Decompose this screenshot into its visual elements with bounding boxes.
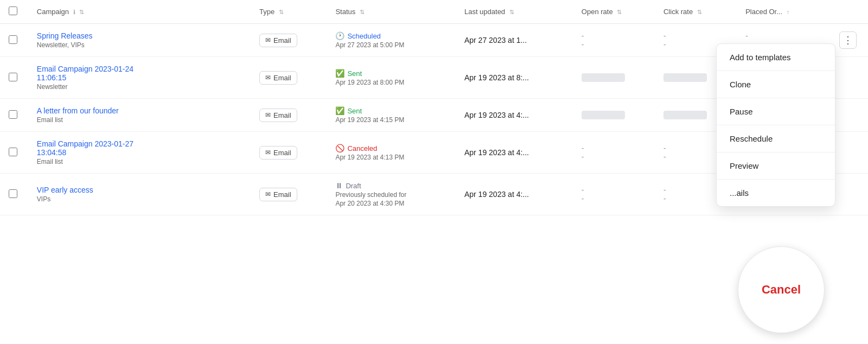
campaign-sort-icon[interactable]: ⇅ xyxy=(79,9,84,16)
row-checkbox-cell xyxy=(0,57,28,99)
type-badge: ✉ Email xyxy=(259,146,297,160)
cancel-circle-button[interactable]: Cancel xyxy=(738,246,825,333)
status-icon: 🚫 xyxy=(335,144,344,152)
open-rate-cell xyxy=(573,57,655,99)
status-badge: 🚫 Canceled xyxy=(335,144,377,152)
status-cell: 🚫 CanceledApr 19 2023 at 4:13 PM xyxy=(327,132,456,174)
header-placed[interactable]: Placed Or... ↑ xyxy=(737,0,831,24)
status-icon: ✅ xyxy=(335,69,344,78)
status-sort-icon[interactable]: ⇅ xyxy=(360,9,365,16)
campaign-cell: VIP early accessVIPs xyxy=(28,174,251,215)
status-cell: ✅ SentApr 19 2023 at 4:15 PM xyxy=(327,99,456,132)
status-date2: Apr 20 2023 at 4:30 PM xyxy=(335,200,447,207)
header-last-updated[interactable]: Last updated ⇅ xyxy=(456,0,573,24)
select-all-header[interactable] xyxy=(0,0,28,24)
header-campaign[interactable]: Campaign ℹ ⇅ xyxy=(28,0,251,24)
row-checkbox[interactable] xyxy=(9,35,17,44)
context-dropdown-menu: Add to templates Clone Pause Reschedule … xyxy=(716,43,835,207)
row-checkbox[interactable] xyxy=(9,73,17,81)
actions-cell xyxy=(831,132,868,174)
status-cell: ✅ SentApr 19 2023 at 8:00 PM xyxy=(327,57,456,99)
email-icon: ✉ xyxy=(265,111,271,119)
click-rate-value: - xyxy=(663,31,666,40)
open-rate-value: - xyxy=(582,31,584,40)
type-cell: ✉ Email xyxy=(251,174,327,215)
status-badge: ✅ Sent xyxy=(335,106,362,115)
email-icon: ✉ xyxy=(265,149,271,156)
type-badge: ✉ Email xyxy=(259,34,297,47)
dropdown-item-add-templates[interactable]: Add to templates xyxy=(717,44,835,71)
campaign-sub-label: Email list xyxy=(37,158,242,165)
actions-cell xyxy=(831,174,868,215)
dropdown-item-reschedule[interactable]: Reschedule xyxy=(717,125,835,152)
click-rate-bar xyxy=(663,111,707,119)
dropdown-item-preview[interactable]: Preview xyxy=(717,152,835,180)
more-options-button[interactable]: ⋮ xyxy=(839,31,857,49)
dropdown-item-clone[interactable]: Clone xyxy=(717,71,835,98)
open-rate-cell xyxy=(573,99,655,132)
campaign-name-link[interactable]: A letter from our founder xyxy=(37,106,119,115)
status-badge: ⏸ Draft xyxy=(335,181,361,190)
type-badge: ✉ Email xyxy=(259,188,297,201)
status-icon: ⏸ xyxy=(335,181,343,190)
campaign-sub-label: Newsletter xyxy=(37,83,242,91)
campaign-cell: Email Campaign 2023-01-2411:06:15Newslet… xyxy=(28,57,251,99)
open-rate-bar xyxy=(582,73,625,82)
campaign-info-icon[interactable]: ℹ xyxy=(73,9,75,16)
status-icon: ✅ xyxy=(335,106,344,115)
row-checkbox[interactable] xyxy=(9,189,17,198)
header-type[interactable]: Type ⇅ xyxy=(251,0,327,24)
header-actions xyxy=(831,0,868,24)
row-checkbox[interactable] xyxy=(9,110,17,119)
open-sort-icon[interactable]: ⇅ xyxy=(617,9,622,16)
status-cell: ⏸ DraftPreviously scheduled forApr 20 20… xyxy=(327,174,456,215)
campaign-cell: Email Campaign 2023-01-2713:04:58Email l… xyxy=(28,132,251,174)
header-click-rate[interactable]: Click rate ⇅ xyxy=(655,0,737,24)
status-cell: 🕐 ScheduledApr 27 2023 at 5:00 PM xyxy=(327,24,456,57)
last-updated-cell: Apr 19 2023 at 4:... xyxy=(456,99,573,132)
campaign-sub-label: Email list xyxy=(37,116,242,124)
open-rate-bar xyxy=(582,111,625,119)
header-open-rate[interactable]: Open rate ⇅ xyxy=(573,0,655,24)
actions-cell xyxy=(831,99,868,132)
click-rate-value2: - xyxy=(663,40,666,49)
campaign-name-link[interactable]: Spring Releases xyxy=(37,31,93,40)
email-icon: ✉ xyxy=(265,190,271,198)
status-date: Previously scheduled for xyxy=(335,191,447,199)
click-rate-value2: - xyxy=(663,152,666,161)
email-icon: ✉ xyxy=(265,36,271,44)
placed-sort-icon[interactable]: ↑ xyxy=(787,9,790,15)
type-badge: ✉ Email xyxy=(259,109,297,122)
type-sort-icon[interactable]: ⇅ xyxy=(279,9,284,16)
cancel-circle-label: Cancel xyxy=(762,283,801,297)
click-rate-value: - xyxy=(663,186,666,194)
updated-sort-icon[interactable]: ⇅ xyxy=(509,9,514,16)
open-rate-cell: -- xyxy=(573,174,655,215)
row-checkbox-cell xyxy=(0,174,28,215)
type-badge: ✉ Email xyxy=(259,71,297,85)
campaign-sub-label: Newsletter, VIPs xyxy=(37,41,242,49)
type-cell: ✉ Email xyxy=(251,24,327,57)
open-rate-value: - xyxy=(582,144,584,152)
row-checkbox-cell xyxy=(0,99,28,132)
campaign-cell: Spring ReleasesNewsletter, VIPs xyxy=(28,24,251,57)
row-checkbox-cell xyxy=(0,132,28,174)
status-date: Apr 27 2023 at 5:00 PM xyxy=(335,41,447,49)
header-status[interactable]: Status ⇅ xyxy=(327,0,456,24)
email-icon: ✉ xyxy=(265,74,271,81)
click-rate-value: - xyxy=(663,144,666,152)
open-rate-value2: - xyxy=(582,194,584,203)
last-updated-cell: Apr 19 2023 at 8:... xyxy=(456,57,573,99)
open-rate-value: - xyxy=(582,186,584,194)
campaign-name-link[interactable]: VIP early access xyxy=(37,186,93,194)
row-checkbox-cell xyxy=(0,24,28,57)
select-all-checkbox[interactable] xyxy=(9,7,17,15)
dropdown-item-pause[interactable]: Pause xyxy=(717,98,835,125)
row-checkbox[interactable] xyxy=(9,148,17,156)
click-sort-icon[interactable]: ⇅ xyxy=(697,9,702,16)
dropdown-item-details[interactable]: ...ails xyxy=(717,180,835,206)
campaign-name-link[interactable]: Email Campaign 2023-01-2713:04:58 xyxy=(37,139,133,157)
click-rate-bar xyxy=(663,73,707,82)
placed-value: - xyxy=(745,31,748,40)
campaign-name-link[interactable]: Email Campaign 2023-01-2411:06:15 xyxy=(37,65,133,82)
